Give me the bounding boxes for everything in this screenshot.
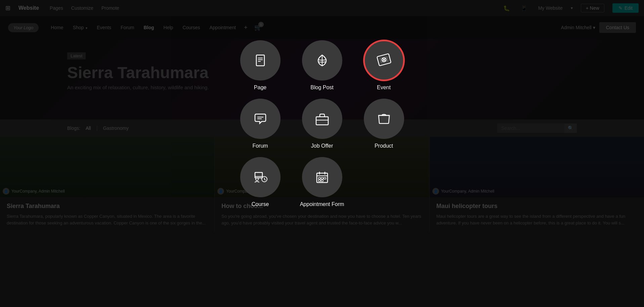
option-forum-label: Forum <box>252 143 268 149</box>
option-job-offer-icon <box>302 99 342 139</box>
svg-rect-24 <box>318 177 320 179</box>
svg-rect-26 <box>324 177 326 179</box>
option-event-icon <box>364 40 404 81</box>
option-blog-post-icon <box>302 40 342 81</box>
option-course-icon <box>240 157 281 197</box>
svg-line-18 <box>264 179 265 180</box>
svg-rect-11 <box>316 117 328 125</box>
option-appointment-form[interactable]: Appointment Form <box>295 157 349 207</box>
svg-rect-25 <box>321 177 323 179</box>
svg-rect-0 <box>256 55 264 66</box>
option-forum-icon <box>240 99 281 139</box>
option-appointment-label: Appointment Form <box>300 201 344 207</box>
option-job-offer-label: Job Offer <box>311 143 333 149</box>
svg-rect-27 <box>318 180 320 182</box>
overlay[interactable]: Page Blog Post <box>0 0 644 307</box>
option-page-icon <box>240 40 281 81</box>
svg-rect-14 <box>255 172 262 178</box>
option-course[interactable]: Course <box>233 157 287 207</box>
option-product-label: Product <box>375 143 393 149</box>
option-page[interactable]: Page <box>233 40 287 91</box>
option-course-label: Course <box>252 201 269 207</box>
option-appointment-icon <box>302 157 342 197</box>
option-job-offer[interactable]: Job Offer <box>295 99 349 149</box>
option-product[interactable]: Product <box>357 99 411 149</box>
option-blog-post-label: Blog Post <box>310 85 333 91</box>
option-blog-post[interactable]: Blog Post <box>295 40 349 91</box>
option-forum[interactable]: Forum <box>233 99 287 149</box>
option-product-icon <box>364 99 404 139</box>
option-event-label: Event <box>377 85 391 91</box>
svg-rect-28 <box>321 180 323 182</box>
new-content-modal: Page Blog Post <box>233 40 411 207</box>
option-event[interactable]: Event <box>357 40 411 91</box>
option-page-label: Page <box>254 85 266 91</box>
